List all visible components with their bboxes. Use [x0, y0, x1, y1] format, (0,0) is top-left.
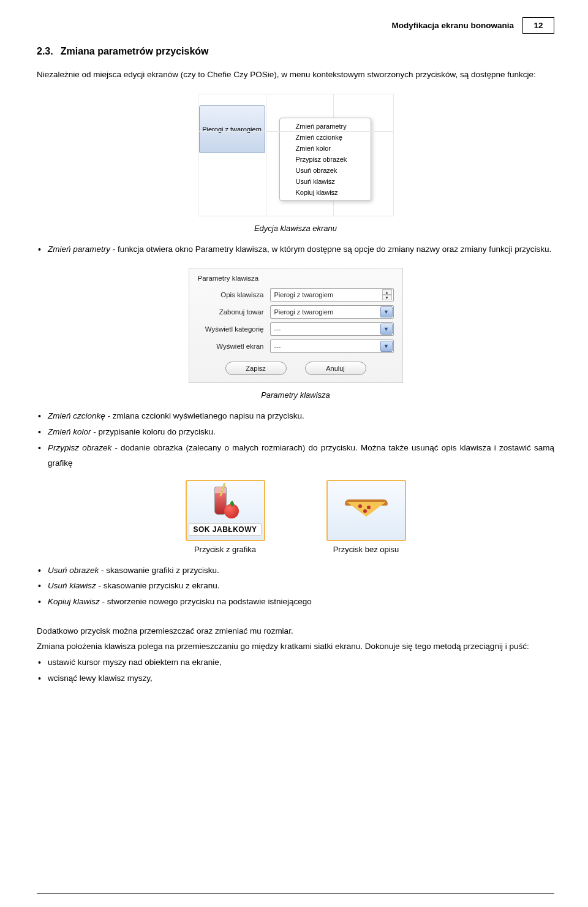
save-button[interactable]: Zapisz	[225, 362, 287, 375]
page-header: Modyfikacja ekranu bonowania 12	[37, 17, 554, 34]
label-zabonuj: Zabonuj towar	[198, 308, 270, 316]
function-name: Zmień czcionkę	[48, 411, 105, 420]
list-item: ustawić kursor myszy nad obiektem na ekr…	[37, 655, 554, 670]
button-without-label: Przycisk bez opisu	[326, 480, 406, 554]
function-desc: - skasowanie przycisku z ekranu.	[96, 581, 220, 590]
preview-caption-right: Przycisk bez opisu	[326, 545, 406, 554]
combo-ekran[interactable]: --- ▼	[270, 340, 394, 353]
grid-button[interactable]: Pierogi z twarogiem	[199, 105, 265, 153]
section-heading: 2.3.Zmiana parametrów przycisków	[37, 46, 554, 57]
list-item: Zmień czcionkę - zmiana czcionki wyświet…	[37, 408, 554, 424]
footer-rule	[37, 893, 554, 894]
button-preview-row: SOK JABŁKOWY Przycisk z grafika Przycisk…	[37, 480, 554, 554]
header-title: Modyfikacja ekranu bonowania	[391, 17, 522, 34]
input-opis-value: Pierogi z twarogiem	[274, 291, 334, 298]
menu-item-change-font[interactable]: Zmień czcionkę	[280, 132, 371, 143]
preview-button-label: SOK JABŁKOWY	[189, 523, 261, 536]
function-list-1: Zmień parametry - funkcja otwiera okno P…	[37, 241, 554, 257]
function-desc: - stworzenie nowego przycisku na podstaw…	[100, 597, 312, 606]
label-kategoria: Wyświetl kategorię	[198, 325, 270, 333]
combo-kategoria-value: ---	[274, 325, 281, 333]
menu-item-remove-image[interactable]: Usuń obrazek	[280, 165, 371, 176]
figure-caption-2: Parametry klawisza	[37, 390, 554, 400]
function-list-3: Usuń obrazek - skasowanie grafiki z przy…	[37, 563, 554, 610]
page-number: 12	[522, 17, 554, 34]
intro-paragraph: Niezależnie od miejsca edycji ekranów (c…	[37, 67, 554, 83]
label-opis: Opis klawisza	[198, 291, 270, 298]
context-menu-figure: Pierogi z twarogiem Zmień parametry Zmie…	[37, 94, 554, 216]
preview-caption-left: Przycisk z grafika	[186, 545, 265, 554]
preview-button-left[interactable]: SOK JABŁKOWY	[186, 480, 265, 541]
combo-kategoria[interactable]: --- ▼	[270, 322, 394, 336]
menu-item-change-params[interactable]: Zmień parametry	[280, 121, 371, 132]
section-number: 2.3.	[37, 46, 53, 56]
function-name: Zmień kolor	[48, 427, 91, 436]
list-item: wcisnąć lewy klawisz myszy,	[37, 670, 554, 686]
function-name: Kopiuj klawisz	[48, 597, 100, 606]
cancel-button[interactable]: Anuluj	[305, 362, 366, 375]
chevron-down-icon[interactable]: ▼	[380, 341, 393, 352]
spin-buttons[interactable]: ▲▼	[382, 289, 392, 300]
editor-grid: Pierogi z twarogiem Zmień parametry Zmie…	[198, 94, 394, 216]
figure-caption-1: Edycja klawisza ekranu	[37, 224, 554, 233]
label-ekran: Wyświetl ekran	[198, 343, 270, 350]
chevron-down-icon[interactable]: ▼	[380, 306, 393, 317]
section-title: Zmiana parametrów przycisków	[61, 46, 209, 56]
menu-item-change-color[interactable]: Zmień kolor	[280, 143, 371, 154]
menu-item-copy-key[interactable]: Kopiuj klawisz	[280, 187, 371, 198]
function-name: Zmień parametry	[48, 245, 110, 254]
context-menu: Zmień parametry Zmień czcionkę Zmień kol…	[279, 118, 371, 201]
dialog-title: Parametry klawisza	[198, 275, 394, 282]
list-item: Usuń obrazek - skasowanie grafiki z przy…	[37, 563, 554, 579]
input-opis[interactable]: Pierogi z twarogiem ▲▼	[270, 288, 394, 302]
menu-item-remove-key[interactable]: Usuń klawisz	[280, 176, 371, 187]
function-desc: - skasowanie grafiki z przycisku.	[99, 566, 219, 575]
combo-ekran-value: ---	[274, 343, 281, 350]
combo-zabonuj-value: Pierogi z twarogiem	[274, 308, 334, 316]
function-name: Usuń klawisz	[48, 581, 96, 590]
list-item: Kopiuj klawisz - stworzenie nowego przyc…	[37, 594, 554, 610]
chevron-down-icon[interactable]: ▼	[380, 324, 393, 335]
button-with-graphic: SOK JABŁKOWY Przycisk z grafika	[186, 480, 265, 554]
function-desc: - zmiana czcionki wyświetlanego napisu n…	[105, 411, 304, 420]
function-name: Usuń obrazek	[48, 566, 99, 575]
function-desc: - funkcja otwiera okno Parametry klawisz…	[110, 245, 551, 254]
tail-paragraph-1: Dodatkowo przycisk można przemieszczać o…	[37, 623, 554, 639]
function-list-2: Zmień czcionkę - zmiana czcionki wyświet…	[37, 408, 554, 471]
function-name: Przypisz obrazek	[48, 443, 111, 452]
dialog-figure: Parametry klawisza Opis klawisza Pierogi…	[37, 268, 554, 383]
list-item: Przypisz obrazek - dodanie obrazka (zale…	[37, 440, 554, 471]
list-item: Zmień kolor - przypisanie koloru do przy…	[37, 424, 554, 440]
steps-list: ustawić kursor myszy nad obiektem na ekr…	[37, 655, 554, 686]
params-dialog: Parametry klawisza Opis klawisza Pierogi…	[189, 268, 403, 383]
list-item: Zmień parametry - funkcja otwiera okno P…	[37, 241, 554, 257]
list-item: Usuń klawisz - skasowanie przycisku z ek…	[37, 578, 554, 594]
function-desc: - dodanie obrazka (zalecany o małych roz…	[48, 443, 554, 468]
combo-zabonuj[interactable]: Pierogi z twarogiem ▼	[270, 305, 394, 319]
tail-paragraph-2: Zmiana położenia klawisza polega na prze…	[37, 639, 554, 655]
pizza-icon	[345, 498, 388, 523]
menu-item-assign-image[interactable]: Przypisz obrazek	[280, 154, 371, 165]
juice-icon	[212, 485, 239, 521]
function-desc: - przypisanie koloru do przycisku.	[91, 427, 216, 436]
preview-button-right[interactable]	[326, 480, 406, 541]
